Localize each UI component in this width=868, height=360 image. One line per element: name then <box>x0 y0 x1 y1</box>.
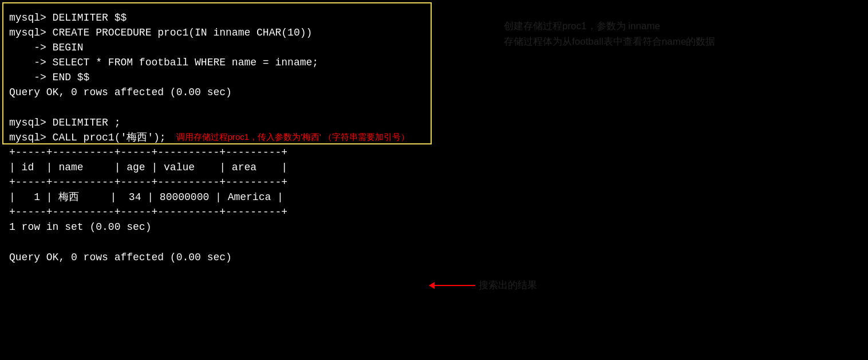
call-line: mysql> CALL proc1('梅西'); <box>9 130 166 145</box>
line-5: -> END $$ <box>9 70 859 85</box>
blank-line <box>9 234 859 249</box>
annotation-line1: 创建存储过程proc1，参数为 inname <box>504 18 715 34</box>
line-6: Query OK, 0 rows affected (0.00 sec) <box>9 85 859 100</box>
table-border-bottom: +-----+----------+-----+----------+-----… <box>9 205 859 220</box>
table-border-mid: +-----+----------+-----+----------+-----… <box>9 175 859 190</box>
result-annotation-text: 搜索出的结果 <box>479 279 537 292</box>
result-arrow-container: 搜索出的结果 <box>429 279 537 292</box>
line-3: -> BEGIN <box>9 40 859 55</box>
table-border-top: +-----+----------+-----+----------+-----… <box>9 145 859 160</box>
final-query-ok: Query OK, 0 rows affected (0.00 sec) <box>9 250 859 265</box>
table-header: | id | name | age | value | area | <box>9 160 859 175</box>
table-data-row: | 1 | 梅西 | 34 | 80000000 | America | <box>9 190 859 205</box>
call-annotation: 调用存储过程proc1，传入参数为'梅西' （字符串需要加引号） <box>176 132 409 143</box>
table-data-row-container: | 1 | 梅西 | 34 | 80000000 | America | <box>9 190 859 205</box>
line-4: -> SELECT * FROM football WHERE name = i… <box>9 55 859 70</box>
line-1: mysql> DELIMITER $$ <box>9 10 859 25</box>
line-7 <box>9 100 859 115</box>
line-8: mysql> DELIMITER ; <box>9 115 859 130</box>
annotation-create-proc: 创建存储过程proc1，参数为 inname 存储过程体为从football表中… <box>504 18 715 49</box>
call-line-row: mysql> CALL proc1('梅西'); 调用存储过程proc1，传入参… <box>9 130 859 145</box>
row-count: 1 row in set (0.00 sec) <box>9 220 859 234</box>
annotation-line2: 存储过程体为从football表中查看符合name的数据 <box>504 34 715 49</box>
result-arrow <box>429 285 475 286</box>
line-2: mysql> CREATE PROCEDURE proc1(IN inname … <box>9 25 859 40</box>
terminal: mysql> DELIMITER $$ mysql> CREATE PROCED… <box>0 0 868 360</box>
